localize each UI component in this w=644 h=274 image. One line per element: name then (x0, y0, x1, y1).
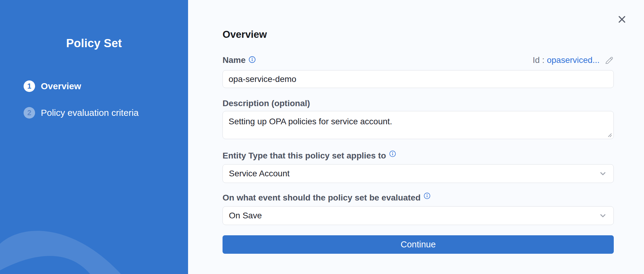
step-1-badge: 1 (24, 80, 35, 92)
description-field: Setting up OPA policies for service acco… (223, 111, 614, 140)
evaluation-event-label: On what event should the policy set be e… (223, 193, 431, 203)
chevron-down-icon (598, 169, 607, 178)
sidebar-title: Policy Set (0, 37, 188, 50)
entity-id-group: Id : opaserviced... (533, 55, 614, 65)
info-icon[interactable] (389, 150, 396, 157)
overview-form: Name Id : opaserviced... (223, 55, 614, 254)
name-input[interactable] (223, 70, 614, 88)
entity-type-label: Entity Type that this policy set applies… (223, 151, 396, 161)
description-label: Description (optional) (223, 99, 310, 108)
pencil-icon (604, 56, 614, 65)
policy-set-modal: Policy Set 1 Overview 2 Policy evaluatio… (0, 0, 644, 274)
step-overview[interactable]: 1 Overview (24, 80, 138, 92)
evaluation-event-select[interactable]: On Save (223, 206, 614, 225)
info-icon[interactable] (249, 56, 256, 63)
step-2-number: 2 (27, 109, 31, 117)
id-label: Id : (533, 55, 545, 65)
sidebar: Policy Set 1 Overview 2 Policy evaluatio… (0, 0, 188, 274)
modal-content: Overview Name Id : opaservice (188, 0, 644, 274)
step-2-label: Policy evaluation criteria (41, 108, 138, 118)
description-textarea[interactable]: Setting up OPA policies for service acco… (223, 111, 614, 139)
page-title: Overview (223, 29, 614, 40)
continue-button[interactable]: Continue (223, 235, 614, 254)
entity-type-select[interactable]: Service Account (223, 164, 614, 183)
step-1-label: Overview (41, 81, 81, 91)
close-button[interactable] (617, 14, 627, 24)
entity-type-value: Service Account (229, 169, 290, 178)
edit-id-button[interactable] (604, 56, 614, 65)
close-icon (617, 14, 627, 24)
name-label: Name (223, 55, 256, 65)
step-1-number: 1 (27, 82, 31, 90)
step-policy-evaluation-criteria[interactable]: 2 Policy evaluation criteria (24, 107, 138, 119)
id-value-link[interactable]: opaserviced... (547, 55, 600, 65)
chevron-down-icon (598, 211, 607, 220)
info-icon[interactable] (424, 192, 431, 199)
step-2-badge: 2 (24, 107, 35, 119)
wave-decoration (0, 204, 188, 274)
name-field-header: Name Id : opaserviced... (223, 55, 614, 65)
stepper: 1 Overview 2 Policy evaluation criteria (24, 80, 138, 119)
evaluation-event-value: On Save (229, 211, 262, 220)
